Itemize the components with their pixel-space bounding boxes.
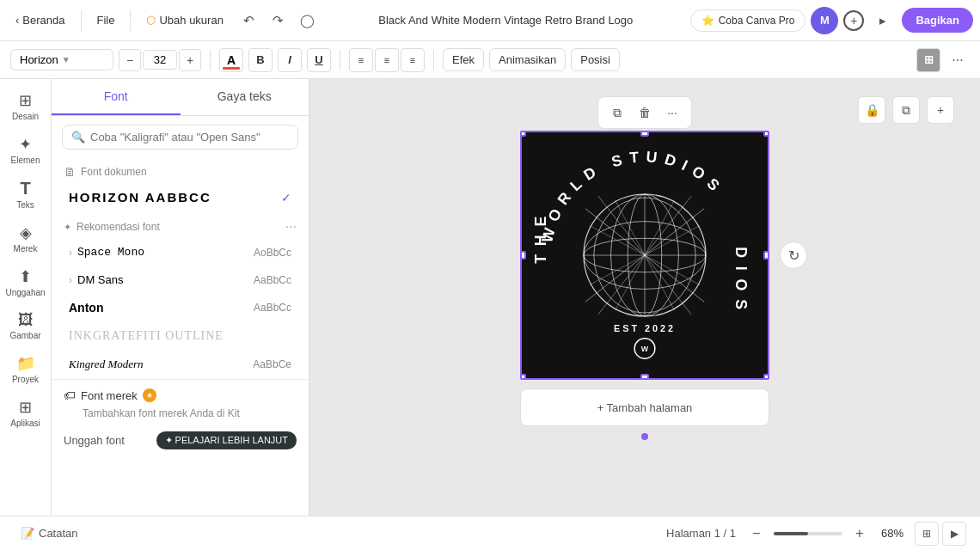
- sidebar-item-desain[interactable]: ⊞ Desain: [3, 86, 49, 126]
- page-dot-active: [641, 433, 648, 440]
- canva-pro-button[interactable]: ⭐ Coba Canva Pro: [690, 9, 806, 32]
- italic-button[interactable]: I: [278, 48, 302, 72]
- lock-button[interactable]: 🔒: [858, 96, 885, 124]
- inkfree-font-name: INKGRATEFITI OUTLINE: [69, 329, 291, 343]
- font-tab-gaya[interactable]: Gaya teks: [181, 79, 309, 115]
- copy-button[interactable]: ⧉: [892, 96, 920, 124]
- animate-button[interactable]: Animasikan: [489, 48, 566, 71]
- font-size-control: − +: [119, 49, 201, 71]
- align-center-button[interactable]: ≡: [375, 48, 399, 72]
- horizon-check-icon: ✓: [281, 191, 291, 205]
- delete-selection-button[interactable]: 🗑: [633, 101, 657, 125]
- sidebar-item-unggahan[interactable]: ⬆ Unggahan: [3, 262, 49, 302]
- underline-button[interactable]: U: [307, 48, 331, 72]
- align-left-button[interactable]: ≡: [349, 48, 373, 72]
- canvas-design[interactable]: WORLD STUDIOS THE DIOS EST 2022 W: [520, 131, 769, 380]
- doc-fonts-label: Font dokumen: [81, 166, 147, 178]
- canvas-wrapper: ⧉ 🗑 ···: [520, 131, 769, 380]
- anton-preview: AaBbCc: [254, 302, 291, 314]
- brand-fonts-label: Font merek: [81, 389, 138, 402]
- zoom-slider[interactable]: [774, 532, 842, 535]
- doc-fonts-section: 🗎 Font dokumen: [52, 158, 309, 182]
- font-item-horizon[interactable]: HORIZON AABBCC ✓: [57, 183, 303, 211]
- text-align-group: ≡ ≡ ≡: [349, 48, 425, 72]
- rotate-button[interactable]: ↻: [780, 241, 807, 269]
- file-label: File: [97, 14, 115, 27]
- canva-pro-label: Coba Canva Pro: [719, 15, 795, 27]
- view-buttons: ⊞ ▶: [915, 522, 966, 546]
- sidebar-item-elemen[interactable]: ✦ Elemen: [3, 130, 49, 170]
- font-upload-row: Unggah font ✦ PELAJARI LEBIH LANJUT: [52, 425, 309, 456]
- handle-mid-right: [763, 251, 769, 260]
- home-button[interactable]: ‹ Beranda: [7, 9, 74, 31]
- font-item-anton[interactable]: Anton AaBbCc: [57, 294, 303, 321]
- gambar-label: Gambar: [9, 331, 40, 340]
- handle-top-left: [520, 131, 526, 137]
- sidebar-item-merek[interactable]: ◈ Merek: [3, 218, 49, 259]
- copy-selection-button[interactable]: ⧉: [605, 101, 629, 125]
- dmsans-font-name: DM Sans: [77, 273, 247, 286]
- redo-button[interactable]: ↷: [265, 7, 292, 34]
- toolbar-separator-3: [433, 50, 434, 70]
- font-size-decrease-button[interactable]: −: [119, 49, 141, 71]
- font-selector[interactable]: Horizon ▼: [10, 49, 113, 70]
- grid-view-button[interactable]: ⊞: [915, 522, 939, 546]
- more-selection-button[interactable]: ···: [660, 101, 684, 125]
- undo-button[interactable]: ↶: [236, 7, 263, 34]
- font-item-spacemono[interactable]: › Space Mono AoBbCc: [57, 239, 303, 266]
- add-to-page-button[interactable]: +: [927, 96, 954, 124]
- bold-button[interactable]: B: [248, 48, 273, 72]
- font-item-inkfree[interactable]: INKGRATEFITI OUTLINE: [57, 322, 303, 350]
- position-button[interactable]: Posisi: [571, 48, 620, 71]
- font-tab-font[interactable]: Font: [52, 79, 181, 115]
- font-search-input[interactable]: [90, 131, 289, 144]
- text-color-button[interactable]: A: [219, 48, 243, 72]
- font-size-input[interactable]: [143, 50, 177, 70]
- sidebar-item-gambar[interactable]: 🖼 Gambar: [3, 306, 49, 345]
- effect-button[interactable]: Efek: [443, 48, 484, 71]
- avatar[interactable]: M: [811, 7, 838, 34]
- page-number-label: Halaman 1 / 1: [666, 527, 736, 540]
- share-button[interactable]: Bagikan: [902, 8, 973, 33]
- align-right-button[interactable]: ≡: [401, 48, 425, 72]
- doc-fonts-icon: 🗎: [64, 165, 76, 179]
- notes-button[interactable]: 📝 Catatan: [14, 523, 85, 543]
- toolbar-right-spacer: ⊞: [916, 48, 940, 72]
- status-button[interactable]: ◯: [294, 7, 322, 34]
- handle-top-mid: [640, 131, 649, 137]
- resize-icon: ⬡: [146, 14, 156, 27]
- chevron-down-icon: ▼: [62, 55, 70, 64]
- zoom-in-button[interactable]: +: [846, 520, 873, 547]
- recommended-label: Rekomendasi font: [77, 221, 160, 233]
- pelajari-button[interactable]: ✦ PELAJARI LEBIH LANJUT: [156, 431, 297, 449]
- svg-text:THE: THE: [532, 208, 549, 264]
- upload-font-label: Unggah font: [64, 434, 125, 447]
- texture-button[interactable]: ⊞: [916, 48, 940, 72]
- more-options-button[interactable]: ···: [946, 48, 970, 72]
- present-button[interactable]: ▶: [942, 522, 966, 546]
- kingred-font-name: Kingred Modern: [69, 358, 246, 371]
- sidebar-item-aplikasi[interactable]: ⊞ Aplikasi: [3, 393, 49, 433]
- resize-button[interactable]: ⬡ Ubah ukuran: [138, 9, 231, 31]
- sidebar-item-proyek[interactable]: 📁 Proyek: [3, 349, 49, 389]
- sidebar-item-teks[interactable]: T Teks: [3, 174, 49, 215]
- recommended-more-button[interactable]: ···: [285, 219, 297, 235]
- resize-label: Ubah ukuran: [159, 14, 223, 27]
- analytics-button[interactable]: ▸: [869, 7, 897, 34]
- effect-label: Efek: [452, 53, 475, 66]
- font-search-box[interactable]: 🔍: [62, 125, 298, 150]
- add-page-button[interactable]: + Tambah halaman: [520, 388, 769, 426]
- color-A-icon: A: [227, 53, 236, 67]
- kingred-preview: AaBbCe: [253, 358, 291, 370]
- elemen-icon: ✦: [19, 135, 32, 154]
- font-item-dmsans[interactable]: › DM Sans AaBbCc: [57, 266, 303, 293]
- file-button[interactable]: File: [89, 9, 124, 31]
- font-name-display: Horizon: [20, 53, 58, 66]
- svg-text:WORLD STUDIOS: WORLD STUDIOS: [538, 148, 727, 244]
- teks-icon: T: [20, 179, 30, 199]
- zoom-out-button[interactable]: −: [743, 520, 770, 547]
- font-size-increase-button[interactable]: +: [179, 49, 201, 71]
- font-item-kingred[interactable]: Kingred Modern AaBbCe: [57, 351, 303, 378]
- desain-icon: ⊞: [19, 91, 32, 110]
- add-collaborator-button[interactable]: +: [843, 10, 864, 31]
